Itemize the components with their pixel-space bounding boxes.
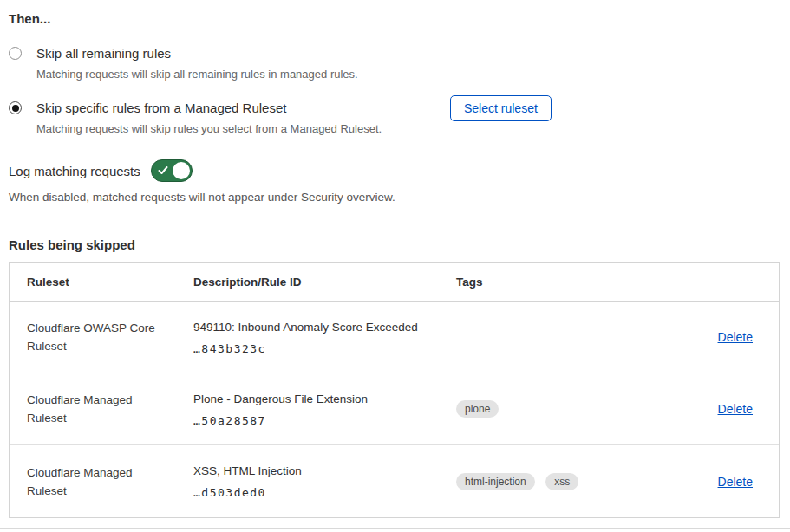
ruleset-name: Cloudflare Managed Ruleset bbox=[27, 464, 173, 500]
tag-badge: plone bbox=[456, 400, 499, 418]
rule-id: …843b323c bbox=[193, 342, 456, 355]
table-row: Cloudflare Managed Ruleset XSS, HTML Inj… bbox=[10, 445, 779, 517]
option-text: Skip all remaining rules Matching reques… bbox=[36, 45, 358, 82]
toggle-knob bbox=[173, 162, 190, 179]
delete-link[interactable]: Delete bbox=[718, 402, 753, 416]
tags-cell: html-injection xss bbox=[456, 473, 683, 490]
log-matching-requests-toggle[interactable] bbox=[151, 159, 193, 182]
rule-description-cell: Plone - Dangerous File Extension …50a285… bbox=[193, 392, 456, 427]
then-heading: Then... bbox=[9, 10, 780, 28]
rules-being-skipped-table: Ruleset Description/Rule ID Tags Cloudfl… bbox=[9, 262, 780, 518]
waf-skip-rule-panel: Then... Skip all remaining rules Matchin… bbox=[0, 0, 790, 518]
delete-link[interactable]: Delete bbox=[718, 330, 753, 344]
radio-wrap bbox=[9, 100, 36, 137]
rule-description-cell: 949110: Inbound Anomaly Score Exceeded …… bbox=[193, 320, 456, 355]
select-ruleset-button[interactable]: Select ruleset bbox=[450, 95, 552, 121]
table-header-row: Ruleset Description/Rule ID Tags bbox=[10, 263, 779, 302]
rule-description: Plone - Dangerous File Extension bbox=[193, 392, 456, 406]
tag-badge: xss bbox=[545, 473, 578, 490]
tag-badge: html-injection bbox=[456, 473, 535, 490]
option-description-skip-all: Matching requests will skip all remainin… bbox=[36, 67, 358, 82]
ruleset-name: Cloudflare OWASP Core Ruleset bbox=[27, 319, 173, 355]
rule-description-cell: XSS, HTML Injection …d503ded0 bbox=[193, 464, 456, 499]
table-row: Cloudflare Managed Ruleset Plone - Dange… bbox=[10, 373, 779, 445]
rule-id: …50a28587 bbox=[193, 414, 456, 427]
radio-skip-specific-rules[interactable] bbox=[9, 101, 22, 114]
option-description-skip-specific: Matching requests will skip rules you se… bbox=[36, 121, 382, 137]
log-matching-requests-row: Log matching requests bbox=[9, 159, 780, 182]
tags-cell: plone bbox=[456, 400, 683, 418]
ruleset-name: Cloudflare Managed Ruleset bbox=[27, 391, 173, 427]
delete-link[interactable]: Delete bbox=[718, 475, 753, 489]
table-row: Cloudflare OWASP Core Ruleset 949110: In… bbox=[10, 302, 779, 373]
option-label-skip-specific[interactable]: Skip specific rules from a Managed Rules… bbox=[36, 100, 382, 117]
actions-cell: Delete bbox=[683, 474, 753, 490]
radio-skip-all-remaining[interactable] bbox=[9, 47, 22, 60]
option-skip-all-remaining: Skip all remaining rules Matching reques… bbox=[9, 45, 780, 82]
option-skip-specific-rules: Skip specific rules from a Managed Rules… bbox=[9, 100, 780, 137]
option-label-skip-all[interactable]: Skip all remaining rules bbox=[36, 45, 358, 62]
rule-description: XSS, HTML Injection bbox=[193, 464, 456, 478]
column-header-tags: Tags bbox=[456, 276, 683, 289]
rule-id: …d503ded0 bbox=[193, 486, 456, 499]
column-header-description: Description/Rule ID bbox=[193, 276, 456, 289]
section-divider bbox=[0, 528, 790, 529]
option-text: Skip specific rules from a Managed Rules… bbox=[36, 100, 382, 137]
rule-description: 949110: Inbound Anomaly Score Exceeded bbox=[193, 320, 456, 334]
column-header-ruleset: Ruleset bbox=[27, 276, 193, 289]
actions-cell: Delete bbox=[683, 401, 753, 417]
toggle-note: When disabled, matched requests will not… bbox=[9, 190, 780, 205]
check-icon bbox=[158, 165, 168, 176]
rules-being-skipped-heading: Rules being skipped bbox=[9, 237, 780, 254]
radio-wrap bbox=[9, 45, 36, 82]
log-matching-requests-label: Log matching requests bbox=[9, 164, 140, 178]
actions-cell: Delete bbox=[683, 329, 753, 345]
